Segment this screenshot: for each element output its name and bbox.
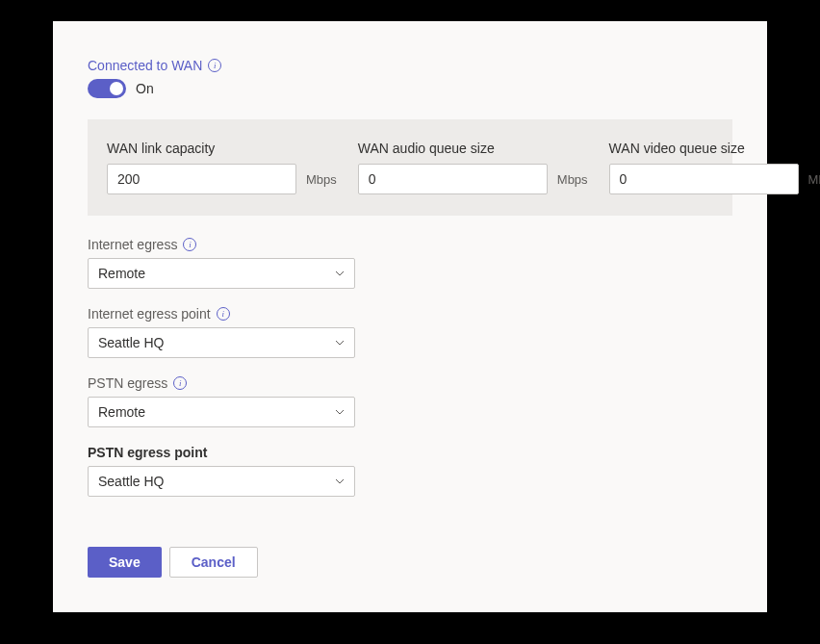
info-icon[interactable]: i bbox=[183, 238, 196, 251]
pstn-egress-point-label-row: PSTN egress point bbox=[88, 445, 732, 460]
internet-egress-point-label: Internet egress point bbox=[88, 306, 211, 322]
chevron-down-icon bbox=[335, 338, 345, 348]
info-icon[interactable]: i bbox=[208, 59, 221, 72]
pstn-egress-value: Remote bbox=[98, 404, 145, 420]
wan-link-input-row: Mbps bbox=[107, 164, 337, 194]
internet-egress-point-select[interactable]: Seattle HQ bbox=[88, 327, 355, 358]
wan-link-capacity-field: WAN link capacity Mbps bbox=[107, 141, 337, 194]
wan-audio-queue-field: WAN audio queue size Mbps bbox=[358, 141, 588, 194]
chevron-down-icon bbox=[335, 477, 345, 486]
toggle-state-label: On bbox=[136, 81, 154, 96]
internet-egress-value: Remote bbox=[98, 266, 145, 281]
connected-to-wan-toggle-row: On bbox=[88, 79, 732, 98]
wan-link-capacity-input[interactable] bbox=[107, 164, 296, 194]
pstn-egress-point-select[interactable]: Seattle HQ bbox=[88, 466, 355, 497]
pstn-egress-select[interactable]: Remote bbox=[88, 397, 355, 427]
wan-audio-queue-input[interactable] bbox=[358, 164, 548, 194]
wan-video-input-row: Mbps bbox=[609, 164, 820, 194]
pstn-egress-label-row: PSTN egress i bbox=[88, 375, 732, 391]
wan-video-unit: Mbps bbox=[808, 172, 820, 187]
pstn-egress-label: PSTN egress bbox=[88, 375, 167, 391]
connected-to-wan-row: Connected to WAN i bbox=[88, 58, 732, 73]
internet-egress-label-row: Internet egress i bbox=[88, 237, 732, 252]
info-icon[interactable]: i bbox=[173, 376, 187, 390]
internet-egress-select[interactable]: Remote bbox=[88, 258, 355, 289]
chevron-down-icon bbox=[335, 407, 345, 417]
internet-egress-point-block: Internet egress point i Seattle HQ bbox=[88, 306, 732, 358]
internet-egress-point-label-row: Internet egress point i bbox=[88, 306, 732, 322]
internet-egress-block: Internet egress i Remote bbox=[88, 237, 732, 289]
wan-link-unit: Mbps bbox=[306, 172, 337, 187]
pstn-egress-point-value: Seattle HQ bbox=[98, 474, 164, 489]
wan-video-queue-label: WAN video queue size bbox=[609, 141, 820, 156]
cancel-button[interactable]: Cancel bbox=[169, 547, 258, 578]
internet-egress-point-value: Seattle HQ bbox=[98, 335, 164, 350]
wan-video-queue-input[interactable] bbox=[609, 164, 799, 194]
pstn-egress-point-label: PSTN egress point bbox=[88, 445, 207, 460]
wan-video-queue-field: WAN video queue size Mbps bbox=[609, 141, 820, 194]
pstn-egress-block: PSTN egress i Remote bbox=[88, 375, 732, 427]
info-icon[interactable]: i bbox=[217, 307, 230, 321]
connected-to-wan-toggle[interactable] bbox=[88, 79, 126, 98]
wan-audio-unit: Mbps bbox=[557, 172, 588, 187]
button-row: Save Cancel bbox=[88, 547, 732, 578]
settings-panel: Connected to WAN i On WAN link capacity … bbox=[53, 21, 767, 612]
chevron-down-icon bbox=[335, 269, 345, 278]
wan-audio-input-row: Mbps bbox=[358, 164, 588, 194]
wan-link-capacity-label: WAN link capacity bbox=[107, 141, 337, 156]
connected-to-wan-label: Connected to WAN bbox=[88, 58, 202, 73]
pstn-egress-point-block: PSTN egress point Seattle HQ bbox=[88, 445, 732, 497]
wan-audio-queue-label: WAN audio queue size bbox=[358, 141, 588, 156]
internet-egress-label: Internet egress bbox=[88, 237, 177, 252]
save-button[interactable]: Save bbox=[88, 547, 162, 578]
wan-settings-box: WAN link capacity Mbps WAN audio queue s… bbox=[88, 119, 732, 216]
